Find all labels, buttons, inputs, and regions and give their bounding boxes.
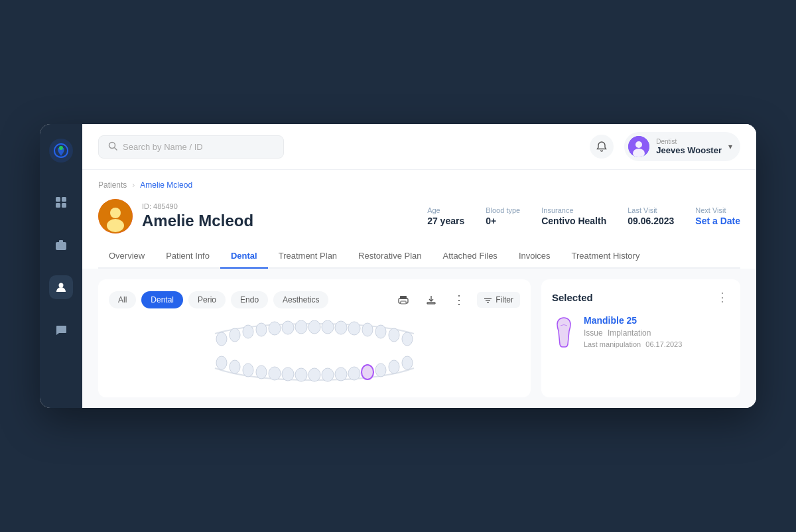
svg-point-54 xyxy=(362,365,373,379)
svg-rect-20 xyxy=(427,302,435,304)
svg-point-34 xyxy=(348,322,360,335)
issue-label: Issue xyxy=(584,328,603,338)
svg-point-15 xyxy=(110,208,121,218)
notification-button[interactable] xyxy=(590,135,614,159)
svg-rect-6 xyxy=(56,242,66,250)
dental-chart-panel: All Dental Perio Endo Aesthetics xyxy=(98,279,531,397)
tab-attached-files[interactable]: Attached Files xyxy=(432,244,508,269)
blood-value: 0+ xyxy=(486,216,520,226)
svg-point-44 xyxy=(282,367,294,381)
avatar xyxy=(628,136,649,157)
patient-stats: Age 27 years Blood type 0+ Insurance Cen… xyxy=(427,206,740,226)
content-area: All Dental Perio Endo Aesthetics xyxy=(82,269,756,408)
svg-point-35 xyxy=(362,323,373,336)
selected-more-icon[interactable]: ⋮ xyxy=(716,290,730,304)
patient-id: ID: 485490 xyxy=(142,202,253,210)
selected-item: Mandible 25 Issue Implantation Last mani… xyxy=(552,315,730,350)
tab-overview[interactable]: Overview xyxy=(98,244,155,269)
patient-name-section: ID: 485490 Amelie Mcleod xyxy=(142,202,253,230)
svg-point-41 xyxy=(243,364,253,377)
tab-restorative-plan[interactable]: Restorative Plan xyxy=(348,244,432,269)
dental-arch-svg xyxy=(175,320,454,387)
chip-aesthetics[interactable]: Aesthetics xyxy=(273,291,328,308)
more-options-button[interactable]: ⋮ xyxy=(449,290,469,310)
svg-point-40 xyxy=(230,360,240,373)
svg-point-24 xyxy=(216,332,227,346)
chip-all[interactable]: All xyxy=(109,291,136,308)
selected-item-date: Last manipulation 06.17.2023 xyxy=(584,340,730,348)
tabs: Overview Patient Info Dental Treatment P… xyxy=(98,244,740,269)
patient-info-left: ID: 485490 Amelie Mcleod xyxy=(98,199,253,233)
selected-item-name[interactable]: Mandible 25 xyxy=(584,315,730,326)
svg-point-36 xyxy=(375,325,386,338)
stat-age: Age 27 years xyxy=(427,206,464,226)
user-menu[interactable]: Dentist Jeeves Wooster ▾ xyxy=(624,132,740,161)
insurance-label: Insurance xyxy=(541,206,606,214)
search-input-placeholder: Search by Name / ID xyxy=(123,142,203,152)
stat-next-visit: Next Visit Set a Date xyxy=(695,206,740,226)
svg-point-52 xyxy=(389,360,399,373)
svg-point-47 xyxy=(322,368,334,381)
svg-point-39 xyxy=(216,356,227,369)
app-logo xyxy=(48,137,74,164)
issue-value: Implantation xyxy=(608,328,651,338)
selected-panel-header: Selected ⋮ xyxy=(552,290,730,304)
chip-perio[interactable]: Perio xyxy=(188,291,226,308)
svg-point-16 xyxy=(107,219,124,232)
svg-point-31 xyxy=(308,320,320,334)
patient-name: Amelie Mcleod xyxy=(142,212,253,230)
svg-rect-19 xyxy=(401,301,406,304)
patient-header: ID: 485490 Amelie Mcleod Age 27 years Bl… xyxy=(98,199,740,233)
filter-toggle-button[interactable]: Filter xyxy=(477,292,520,308)
sidebar-item-chat[interactable] xyxy=(49,318,73,342)
header: Search by Name / ID xyxy=(82,124,756,170)
chip-endo[interactable]: Endo xyxy=(231,291,268,308)
next-visit-value[interactable]: Set a Date xyxy=(695,216,740,226)
dental-arch-area xyxy=(109,320,520,387)
user-name: Jeeves Wooster xyxy=(656,145,722,155)
svg-point-1 xyxy=(59,146,63,150)
tab-treatment-history[interactable]: Treatment History xyxy=(561,244,651,269)
svg-point-43 xyxy=(269,367,281,380)
breadcrumb-patients[interactable]: Patients xyxy=(98,180,127,190)
svg-rect-2 xyxy=(56,197,60,202)
tab-dental[interactable]: Dental xyxy=(220,244,268,269)
user-text: Dentist Jeeves Wooster xyxy=(656,138,722,155)
header-right: Dentist Jeeves Wooster ▾ xyxy=(590,132,740,161)
tab-invoices[interactable]: Invoices xyxy=(508,244,561,269)
age-value: 27 years xyxy=(427,216,464,226)
print-button[interactable] xyxy=(393,290,413,310)
svg-point-37 xyxy=(389,328,399,342)
stat-blood: Blood type 0+ xyxy=(486,206,520,226)
patient-avatar xyxy=(98,199,133,233)
sidebar-item-briefcase[interactable] xyxy=(49,233,73,257)
svg-rect-5 xyxy=(62,203,66,208)
svg-point-30 xyxy=(295,320,307,334)
sidebar xyxy=(40,124,82,408)
tab-patient-info[interactable]: Patient Info xyxy=(155,244,220,269)
svg-point-29 xyxy=(282,321,294,334)
stat-insurance: Insurance Centivo Health xyxy=(541,206,606,226)
user-role: Dentist xyxy=(656,138,722,145)
svg-point-51 xyxy=(375,364,386,377)
sidebar-item-dashboard[interactable] xyxy=(49,190,73,214)
svg-point-42 xyxy=(256,366,267,379)
selected-panel: Selected ⋮ Mandible 25 Issue xyxy=(541,279,740,397)
search-box[interactable]: Search by Name / ID xyxy=(98,135,284,159)
filter-label: Filter xyxy=(496,295,513,304)
tab-treatment-plan[interactable]: Treatment Plan xyxy=(268,244,348,269)
svg-rect-3 xyxy=(62,197,66,202)
last-visit-label: Last Visit xyxy=(628,206,674,214)
selected-title: Selected xyxy=(552,292,593,303)
tooth-icon xyxy=(552,315,576,350)
chip-dental[interactable]: Dental xyxy=(141,291,183,308)
selected-item-issue: Issue Implantation xyxy=(584,328,730,338)
breadcrumb: Patients › Amelie Mcleod xyxy=(98,180,740,190)
svg-point-49 xyxy=(348,367,360,380)
svg-point-32 xyxy=(322,320,334,334)
filter-bar: All Dental Perio Endo Aesthetics xyxy=(109,290,520,310)
breadcrumb-separator: › xyxy=(132,180,135,190)
sidebar-item-patients[interactable] xyxy=(49,275,73,299)
svg-point-25 xyxy=(230,328,240,342)
download-button[interactable] xyxy=(421,290,441,310)
